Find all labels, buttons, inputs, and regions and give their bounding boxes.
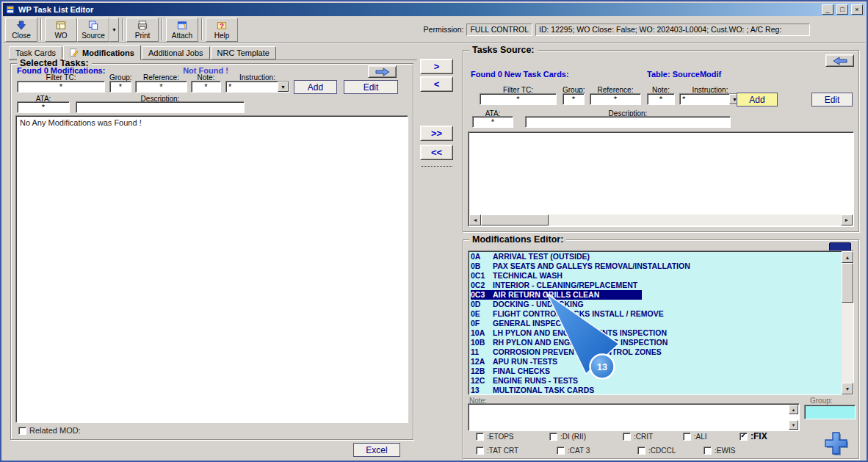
- modification-list-item[interactable]: 11CORROSION PREVENTION CONTROL ZONES: [469, 347, 842, 357]
- group-value-input[interactable]: [804, 405, 856, 419]
- print-button[interactable]: Print: [126, 18, 159, 42]
- note-input[interactable]: [191, 81, 221, 93]
- reference-input[interactable]: [135, 81, 187, 93]
- flag-crit[interactable]: :CRIT: [623, 433, 683, 441]
- checkbox[interactable]: [623, 433, 631, 441]
- modification-list-item[interactable]: 0EFLIGHT CONTROL LOCKS INSTALL / REMOVE: [469, 309, 842, 319]
- modification-list-item[interactable]: 0DDOCKING - UNDOCKING: [469, 300, 842, 309]
- note-scroll-down-icon[interactable]: ▼: [789, 420, 798, 430]
- move-left-button[interactable]: <: [420, 76, 453, 92]
- tasks-source-list[interactable]: ◄ ►: [468, 131, 854, 227]
- checkbox[interactable]: [704, 447, 712, 455]
- instruction-value: *: [226, 82, 278, 92]
- modification-list-item[interactable]: 0FGENERAL INSPECTIONS: [469, 319, 842, 328]
- selected-tasks-list[interactable]: No Any Modifications was Found !: [15, 115, 408, 423]
- related-mod-checkbox[interactable]: Related MOD:: [18, 426, 81, 435]
- checkbox[interactable]: [549, 433, 557, 441]
- toolbar-separator: [162, 18, 163, 40]
- h-scrollbar[interactable]: ◄ ►: [469, 214, 853, 225]
- description-input[interactable]: [76, 101, 245, 113]
- modification-list-item[interactable]: 10ALH PYLON AND ENGINE MOUNTS INSPECTION: [469, 328, 842, 338]
- toolbar-button-label: WO: [54, 32, 67, 40]
- flag-ali[interactable]: :ALI: [683, 433, 739, 441]
- edit-button[interactable]: Edit: [344, 80, 398, 94]
- app-window: WP Task List Editor _ □ × Close WO: [0, 0, 868, 462]
- add-modification-button[interactable]: [817, 430, 853, 458]
- move-all-left-button[interactable]: <<: [420, 145, 453, 160]
- scroll-up-icon[interactable]: ▲: [842, 251, 853, 263]
- scroll-left-icon[interactable]: ◄: [469, 214, 481, 225]
- scroll-right-icon[interactable]: ►: [841, 214, 853, 225]
- modification-list-item[interactable]: 12BFINAL CHECKS: [469, 367, 842, 376]
- add-button[interactable]: Add: [294, 80, 337, 94]
- move-all-right-button[interactable]: >>: [420, 126, 453, 141]
- edit-button[interactable]: Edit: [811, 93, 853, 107]
- dropdown-arrow-icon[interactable]: ▼: [278, 82, 289, 92]
- v-scrollbar[interactable]: ▲ ▼: [842, 251, 853, 394]
- reference-input[interactable]: [590, 93, 641, 105]
- move-right-button[interactable]: >: [420, 59, 453, 74]
- note-scroll-up-icon[interactable]: ▲: [789, 405, 798, 414]
- note-input[interactable]: [647, 93, 675, 105]
- flag-tat-crt[interactable]: :TAT CRT: [476, 447, 557, 455]
- group-input[interactable]: [109, 81, 131, 93]
- scroll-down-icon[interactable]: ▼: [842, 383, 853, 394]
- wo-button[interactable]: WO: [45, 18, 77, 42]
- checkbox[interactable]: [476, 433, 484, 441]
- tab-modifications[interactable]: Modifications: [63, 45, 141, 60]
- modification-list-item[interactable]: 0C3AIR RETURN GRILLS CLEAN: [469, 290, 842, 300]
- modification-list-item[interactable]: 0BPAX SEATS AND GALLEYS REMOVAL/INSTALLA…: [469, 261, 842, 271]
- flag-cdccl[interactable]: :CDCCL: [637, 447, 704, 455]
- flag-cat-3[interactable]: :CAT 3: [557, 447, 637, 455]
- add-button[interactable]: Add: [737, 93, 778, 107]
- attach-button[interactable]: Attach: [166, 18, 198, 42]
- source-dropdown-icon[interactable]: ▼: [109, 18, 119, 42]
- modification-list-item[interactable]: 10BRH PYLON AND ENGINE MOUNTS INSPECTION: [469, 338, 842, 347]
- excel-export-button[interactable]: Excel: [353, 443, 400, 457]
- checkbox[interactable]: [557, 447, 565, 455]
- filter-tc-input[interactable]: [480, 93, 557, 105]
- toolbar-button-label: Close: [12, 32, 31, 40]
- modification-list-item[interactable]: 0AARRIVAL TEST (OUTSIDE): [469, 252, 842, 261]
- help-button[interactable]: ? Help: [206, 18, 238, 42]
- flag-label: :CDCCL: [648, 447, 676, 455]
- flag-ewis[interactable]: :EWIS: [704, 447, 766, 455]
- back-arrow-button[interactable]: [825, 54, 854, 67]
- checkbox[interactable]: [637, 447, 645, 455]
- filter-tc-input[interactable]: [17, 81, 105, 93]
- tab-additional-jobs[interactable]: Additional Jobs: [142, 46, 210, 59]
- exit-arrow-icon: [15, 20, 27, 31]
- ata-input[interactable]: [17, 101, 70, 113]
- checkbox[interactable]: [476, 447, 484, 455]
- modification-list-item[interactable]: 12CENGINE RUNS - TESTS: [469, 376, 842, 386]
- forward-arrow-button[interactable]: [368, 65, 397, 78]
- panel-title: Modifications Editor:: [469, 234, 566, 245]
- modification-list-item[interactable]: 0C2INTERIOR - CLEANING/REPLACEMENT: [469, 281, 842, 290]
- maximize-icon[interactable]: □: [836, 4, 848, 15]
- close-window-icon[interactable]: ×: [851, 4, 863, 15]
- source-button[interactable]: Source: [77, 18, 109, 42]
- group-input[interactable]: [563, 93, 585, 105]
- tab-nrc-template[interactable]: NRC Template: [211, 46, 276, 59]
- description-input[interactable]: [525, 116, 731, 128]
- h-scroll-thumb[interactable]: [481, 214, 549, 225]
- flag-etops[interactable]: :ETOPS: [476, 433, 549, 441]
- instruction-dropdown[interactable]: * ▼: [679, 93, 741, 105]
- checkbox[interactable]: [18, 427, 26, 435]
- v-scroll-thumb[interactable]: [842, 263, 853, 303]
- flag-di-rii[interactable]: :DI (RII): [549, 433, 623, 441]
- h-scroll-track[interactable]: [549, 214, 841, 225]
- titlebar: WP Task List Editor _ □ ×: [3, 3, 865, 16]
- modification-list-item[interactable]: 0C1TECHNICAL WASH: [469, 271, 842, 281]
- modification-list-item[interactable]: 12AAPU RUN -TESTS: [469, 357, 842, 367]
- close-button[interactable]: Close: [5, 18, 37, 42]
- checkbox[interactable]: ✓: [739, 433, 748, 441]
- instruction-dropdown[interactable]: * ▼: [225, 81, 289, 93]
- ata-input[interactable]: [472, 116, 513, 128]
- checkbox[interactable]: [683, 433, 691, 441]
- minimize-icon[interactable]: _: [822, 4, 833, 15]
- modification-list-item[interactable]: 13MULTIZONAL TASK CARDS: [469, 386, 842, 394]
- modifications-list[interactable]: 0AARRIVAL TEST (OUTSIDE)0BPAX SEATS AND …: [469, 251, 842, 394]
- flag-fix[interactable]: ✓:FIX: [739, 431, 813, 441]
- note-textarea[interactable]: ▲ ▼: [468, 403, 800, 431]
